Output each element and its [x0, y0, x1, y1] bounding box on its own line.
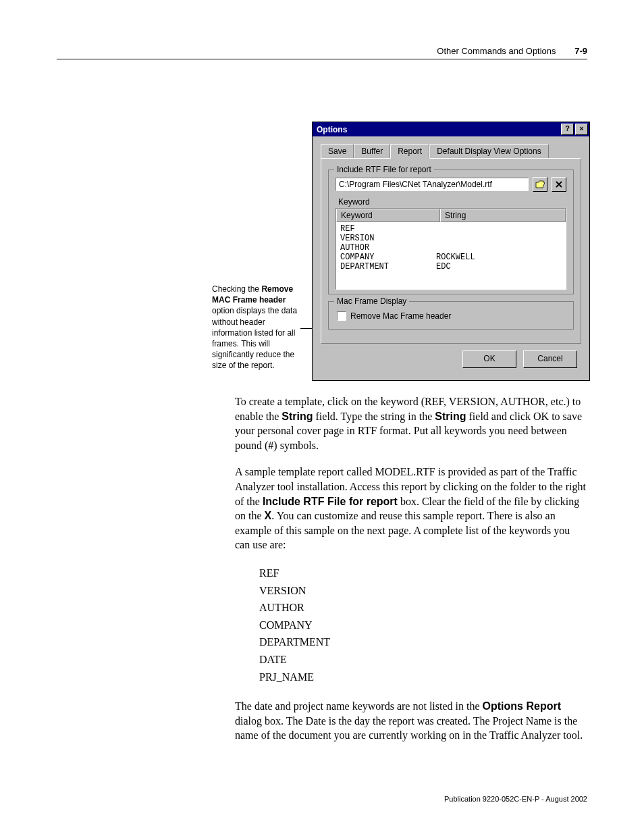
mac-frame-label: Mac Frame Display — [334, 296, 409, 306]
list-item: COMPANY — [259, 617, 587, 634]
list-item: DATE — [259, 651, 587, 669]
table-row: DEPARTMENTEDC — [340, 262, 563, 271]
ok-button[interactable]: OK — [462, 350, 516, 368]
list-item: PRJ_NAME — [259, 669, 587, 686]
callout-text: Checking the — [212, 284, 261, 294]
table-row: AUTHOR — [340, 243, 563, 253]
dialog-title: Options — [317, 125, 560, 134]
dialog-titlebar[interactable]: Options ? × — [313, 122, 589, 136]
table-row: VERSION — [340, 234, 563, 243]
header-section: Other Commands and Options — [437, 46, 556, 56]
tab-content: Include RTF File for report C:\Program F… — [321, 158, 581, 344]
page-header: Other Commands and Options 7-9 — [57, 46, 587, 59]
table-row: REF — [340, 224, 563, 234]
paragraph-2: A sample template report called MODEL.RT… — [235, 465, 587, 552]
include-rtf-label: Include RTF File for report — [334, 165, 434, 174]
cancel-button[interactable]: Cancel — [523, 350, 577, 368]
keyword-rows[interactable]: REF VERSION AUTHOR COMPANYROCKWELL DEPAR… — [336, 222, 566, 289]
rtf-path-input[interactable]: C:\Program Files\CNet TAnalyzer\Model.rt… — [336, 178, 529, 191]
help-icon[interactable]: ? — [561, 124, 574, 135]
clear-path-icon[interactable] — [552, 177, 566, 192]
folder-open-icon[interactable] — [533, 177, 547, 192]
close-icon[interactable]: × — [575, 124, 588, 135]
keyword-section-label: Keyword — [338, 197, 566, 207]
mac-frame-group: Mac Frame Display Remove Mac Frame heade… — [328, 301, 574, 330]
tab-report[interactable]: Report — [390, 144, 429, 159]
callout-note: Checking the Remove MAC Frame header opt… — [212, 284, 300, 371]
table-row: COMPANYROCKWELL — [340, 253, 563, 262]
publication-footer: Publication 9220-052C-EN-P - August 2002 — [444, 795, 587, 803]
column-keyword[interactable]: Keyword — [336, 209, 440, 222]
tab-default-display[interactable]: Default Display View Options — [429, 144, 549, 159]
remove-mac-header-checkbox[interactable] — [337, 311, 346, 321]
include-rtf-group: Include RTF File for report C:\Program F… — [328, 170, 574, 294]
column-string[interactable]: String — [440, 209, 566, 222]
list-item: VERSION — [259, 582, 587, 600]
list-item: DEPARTMENT — [259, 633, 587, 651]
list-item: AUTHOR — [259, 599, 587, 617]
keyword-list: REF VERSION AUTHOR COMPANY DEPARTMENT DA… — [259, 565, 587, 685]
paragraph-1: To create a template, click on the keywo… — [235, 394, 587, 452]
callout-rest: option displays the data without header … — [212, 306, 297, 370]
keyword-table: Keyword String REF VERSION AUTHOR COMPAN… — [336, 208, 566, 290]
tab-save[interactable]: Save — [321, 144, 354, 159]
tab-strip: Save Buffer Report Default Display View … — [321, 143, 581, 158]
options-dialog: Options ? × Save Buffer Report Default D… — [312, 122, 590, 381]
header-page-number: 7-9 — [574, 46, 587, 56]
remove-mac-header-label: Remove Mac Frame header — [350, 311, 451, 321]
tab-buffer[interactable]: Buffer — [354, 144, 390, 159]
body-content: To create a template, click on the keywo… — [235, 394, 587, 755]
list-item: REF — [259, 565, 587, 582]
paragraph-3: The date and project name keywords are n… — [235, 699, 587, 743]
